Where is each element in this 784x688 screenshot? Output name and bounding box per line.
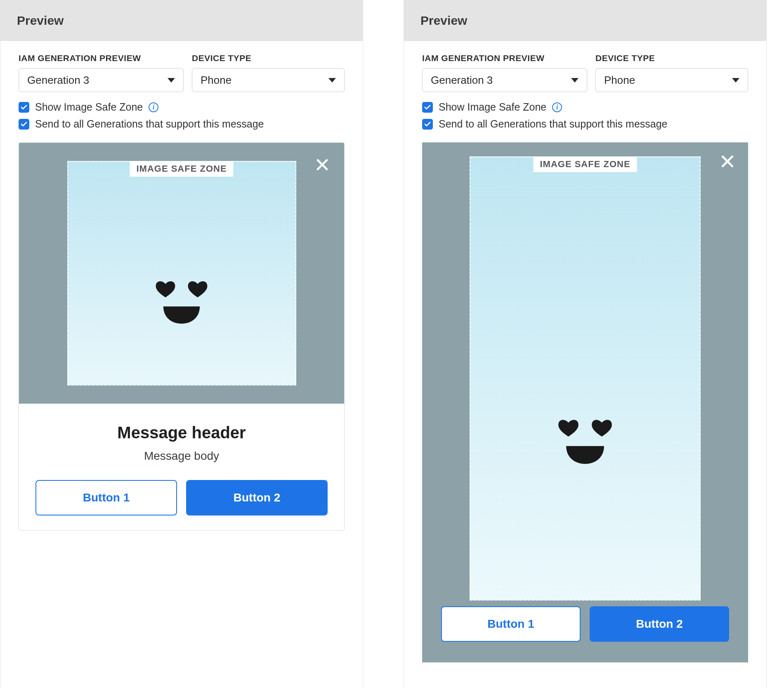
controls: IAM GENERATION PREVIEW Generation 3 DEVI… [404,41,766,142]
close-icon[interactable] [719,153,736,171]
button-1[interactable]: Button 1 [35,480,177,515]
info-icon[interactable]: i [552,102,562,112]
message-header: Message header [35,423,328,442]
chevron-down-icon [168,78,175,83]
show-safe-zone-checkbox[interactable] [422,102,433,113]
flame-icon [529,337,641,486]
info-icon[interactable]: i [149,102,158,112]
generation-label: IAM GENERATION PREVIEW [422,53,587,63]
preview-panel-fullscreen: Preview IAM GENERATION PREVIEW Generatio… [404,0,767,688]
button-1[interactable]: Button 1 [441,606,581,642]
hero-image-area: IMAGE SAFE ZONE [19,143,344,404]
chevron-down-icon [328,78,336,83]
send-all-generations-checkbox[interactable] [422,119,433,130]
generation-value: Generation 3 [431,74,493,87]
button-2[interactable]: Button 2 [590,606,729,642]
device-preview: IMAGE SAFE ZONE Message header Message b… [19,142,345,531]
generation-label: IAM GENERATION PREVIEW [19,53,184,63]
safe-zone-label: IMAGE SAFE ZONE [130,161,233,177]
send-all-generations-label: Send to all Generations that support thi… [439,118,668,130]
device-type-label: DEVICE TYPE [595,53,748,63]
close-icon[interactable] [314,157,330,174]
send-all-generations-label: Send to all Generations that support thi… [35,118,264,130]
safe-zone-label: IMAGE SAFE ZONE [533,156,637,172]
show-safe-zone-checkbox[interactable] [19,102,29,113]
generation-select[interactable]: Generation 3 [422,68,587,92]
device-preview: IMAGE SAFE ZONE Button 1 Button 2 [422,142,748,662]
chevron-down-icon [571,78,579,83]
show-safe-zone-label: Show Image Safe Zone [439,101,546,113]
preview-panel-modal: Preview IAM GENERATION PREVIEW Generatio… [0,0,363,688]
panel-title: Preview [0,0,363,41]
chevron-down-icon [732,78,739,83]
message-body: Message body [35,449,328,463]
device-type-select[interactable]: Phone [192,68,345,92]
button-2[interactable]: Button 2 [186,480,328,515]
send-all-generations-checkbox[interactable] [19,119,29,130]
device-type-value: Phone [604,74,635,87]
generation-value: Generation 3 [27,74,89,87]
show-safe-zone-label: Show Image Safe Zone [35,101,143,113]
device-type-value: Phone [201,74,231,87]
device-type-select[interactable]: Phone [595,68,748,92]
image-safe-zone: IMAGE SAFE ZONE [470,156,701,601]
panel-title: Preview [404,0,766,41]
controls: IAM GENERATION PREVIEW Generation 3 DEVI… [0,41,363,142]
image-safe-zone: IMAGE SAFE ZONE [67,161,296,385]
generation-select[interactable]: Generation 3 [19,68,184,92]
device-type-label: DEVICE TYPE [192,53,345,63]
flame-icon [128,203,235,343]
